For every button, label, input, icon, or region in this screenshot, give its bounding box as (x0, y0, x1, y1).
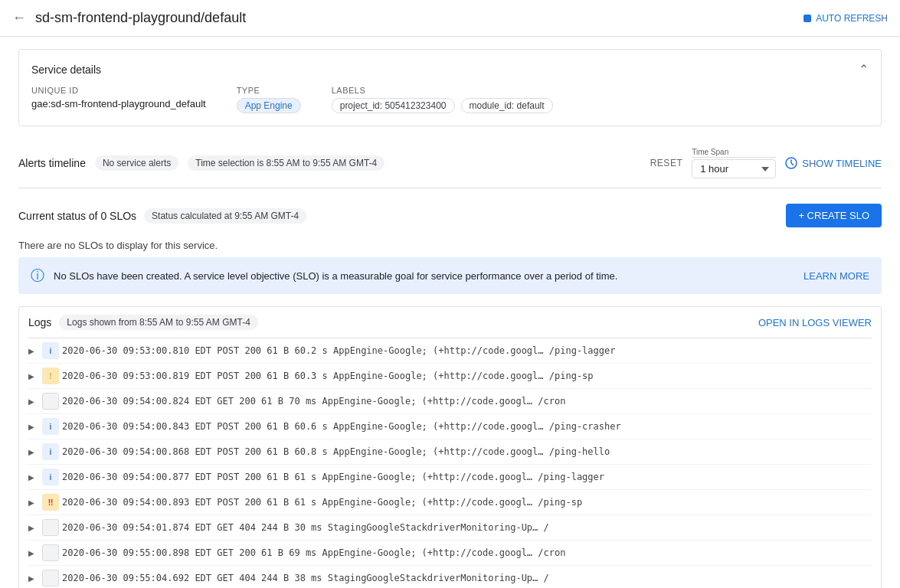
log-expand-icon[interactable]: ▶ (28, 549, 39, 557)
log-expand-icon[interactable]: ▶ (28, 448, 39, 456)
log-severity-badge: !! (42, 494, 59, 511)
main-content: Service details ⌃ UNIQUE ID gae:sd-sm-fr… (0, 37, 900, 588)
card-header: Service details ⌃ (31, 62, 869, 77)
log-rows-container: ▶ i 2020-06-30 09:53:00.810 EDT POST 200… (28, 338, 872, 588)
log-expand-icon[interactable]: ▶ (28, 397, 39, 406)
log-expand-icon[interactable]: ▶ (28, 347, 39, 355)
log-severity-badge: i (42, 443, 59, 460)
log-expand-icon[interactable]: ▶ (28, 423, 39, 431)
log-severity-badge: i (42, 418, 59, 435)
learn-more-button[interactable]: LEARN MORE (803, 270, 869, 282)
log-severity-badge: i (42, 469, 59, 485)
log-row[interactable]: ▶ i 2020-06-30 09:54:00.843 EDT POST 200… (28, 414, 872, 439)
status-bar-left: Current status of 0 SLOs Status calculat… (18, 208, 306, 224)
log-row[interactable]: ▶ ! 2020-06-30 09:53:00.819 EDT POST 200… (28, 364, 872, 389)
no-service-alerts-badge: No service alerts (95, 155, 178, 171)
log-content: 2020-06-30 09:54:00.877 EDT POST 200 61 … (62, 472, 872, 482)
page-title: sd-sm-frontend-playground/default (35, 10, 246, 26)
log-row[interactable]: ▶ i 2020-06-30 09:54:00.868 EDT POST 200… (28, 439, 872, 465)
info-banner: ⓘ No SLOs have been created. A service l… (18, 257, 882, 294)
info-icon: ⓘ (31, 266, 44, 285)
log-content: 2020-06-30 09:54:00.824 EDT GET 200 61 B… (62, 396, 872, 407)
log-severity-badge: i (42, 342, 59, 359)
show-timeline-button[interactable]: SHOW TIMELINE (785, 157, 882, 169)
log-expand-icon[interactable]: ▶ (28, 574, 39, 583)
unique-id-label: UNIQUE ID (31, 86, 206, 95)
logs-header: Logs Logs shown from 8:55 AM to 9:55 AM … (28, 307, 872, 338)
log-severity-badge (42, 519, 59, 536)
back-button[interactable]: ← (12, 10, 26, 26)
log-severity-badge: ! (42, 368, 59, 384)
logs-section: Logs Logs shown from 8:55 AM to 9:55 AM … (18, 306, 882, 588)
no-slo-text: There are no SLOs to display for this se… (18, 237, 882, 257)
top-bar-left: ← sd-sm-frontend-playground/default (12, 10, 246, 26)
collapse-button[interactable]: ⌃ (859, 62, 869, 77)
log-row[interactable]: ▶ 2020-06-30 09:55:00.898 EDT GET 200 61… (28, 541, 872, 566)
logs-title: Logs (28, 316, 51, 328)
log-row[interactable]: ▶ 2020-06-30 09:55:04.692 EDT GET 404 24… (28, 566, 872, 588)
label-chip-2: module_id: default (461, 98, 553, 113)
auto-refresh-label: AUTO REFRESH (816, 13, 888, 24)
log-content: 2020-06-30 09:55:04.692 EDT GET 404 244 … (62, 573, 872, 583)
log-content: 2020-06-30 09:53:00.819 EDT POST 200 61 … (62, 371, 872, 381)
open-in-logs-viewer-button[interactable]: OPEN IN LOGS VIEWER (758, 317, 872, 328)
alerts-timeline-title: Alerts timeline (18, 157, 86, 169)
card-title: Service details (31, 64, 101, 76)
label-chip-1: project_id: 505412323400 (332, 98, 455, 113)
log-row[interactable]: ▶ 2020-06-30 09:54:00.824 EDT GET 200 61… (28, 389, 872, 414)
log-row[interactable]: ▶ i 2020-06-30 09:54:00.877 EDT POST 200… (28, 465, 872, 490)
service-details-card: Service details ⌃ UNIQUE ID gae:sd-sm-fr… (18, 49, 882, 126)
log-content: 2020-06-30 09:54:01.874 EDT GET 404 244 … (62, 522, 872, 533)
log-content: 2020-06-30 09:55:00.898 EDT GET 200 61 B… (62, 547, 872, 558)
labels-label: LABELS (332, 86, 553, 95)
log-expand-icon[interactable]: ▶ (28, 524, 39, 532)
current-status-title: Current status of 0 SLOs (18, 210, 136, 222)
show-timeline-label: SHOW TIMELINE (802, 158, 882, 169)
type-label: TYPE (237, 86, 301, 95)
labels-group: LABELS project_id: 505412323400 module_i… (332, 86, 553, 113)
time-selection-badge: Time selection is 8:55 AM to 9:55 AM GMT… (188, 155, 385, 171)
log-content: 2020-06-30 09:54:00.843 EDT POST 200 61 … (62, 421, 872, 432)
status-calculated-badge: Status calculated at 9:55 AM GMT-4 (144, 208, 306, 224)
unique-id-group: UNIQUE ID gae:sd-sm-frontend-playground_… (31, 86, 206, 113)
type-chip: App Engine (237, 98, 301, 113)
log-content: 2020-06-30 09:54:00.893 EDT POST 200 61 … (62, 497, 872, 508)
alerts-timeline-bar: Alerts timeline No service alerts Time s… (18, 139, 882, 188)
logs-time-badge: Logs shown from 8:55 AM to 9:55 AM GMT-4 (59, 315, 257, 330)
log-severity-badge (42, 544, 59, 561)
log-expand-icon[interactable]: ▶ (28, 498, 39, 507)
log-expand-icon[interactable]: ▶ (28, 372, 39, 381)
top-bar: ← sd-sm-frontend-playground/default AUTO… (0, 0, 900, 37)
type-group: TYPE App Engine (237, 86, 301, 113)
log-severity-badge (42, 570, 59, 586)
labels-chips: project_id: 505412323400 module_id: defa… (332, 98, 553, 113)
create-slo-button[interactable]: + CREATE SLO (786, 204, 882, 227)
service-details-grid: UNIQUE ID gae:sd-sm-frontend-playground_… (31, 86, 869, 113)
log-content: 2020-06-30 09:53:00.810 EDT POST 200 61 … (62, 345, 872, 356)
auto-refresh-indicator (803, 15, 811, 22)
current-status-bar: Current status of 0 SLOs Status calculat… (18, 194, 882, 237)
time-span-select[interactable]: 1 hour 6 hours 1 day 7 days 30 days (692, 159, 776, 178)
info-banner-text: No SLOs have been created. A service lev… (54, 270, 794, 282)
log-content: 2020-06-30 09:54:00.868 EDT POST 200 61 … (62, 446, 872, 457)
time-span-group: Time Span 1 hour 6 hours 1 day 7 days 30… (692, 148, 776, 178)
log-row[interactable]: ▶ 2020-06-30 09:54:01.874 EDT GET 404 24… (28, 515, 872, 541)
log-row[interactable]: ▶ !! 2020-06-30 09:54:00.893 EDT POST 20… (28, 490, 872, 515)
reset-button[interactable]: RESET (650, 158, 683, 168)
log-expand-icon[interactable]: ▶ (28, 473, 39, 482)
time-span-label: Time Span (692, 148, 776, 158)
log-row[interactable]: ▶ i 2020-06-30 09:53:00.810 EDT POST 200… (28, 338, 872, 364)
log-severity-badge (42, 393, 59, 410)
auto-refresh-button[interactable]: AUTO REFRESH (803, 13, 888, 24)
unique-id-value: gae:sd-sm-frontend-playground_default (31, 98, 206, 109)
timeline-icon (785, 157, 797, 169)
